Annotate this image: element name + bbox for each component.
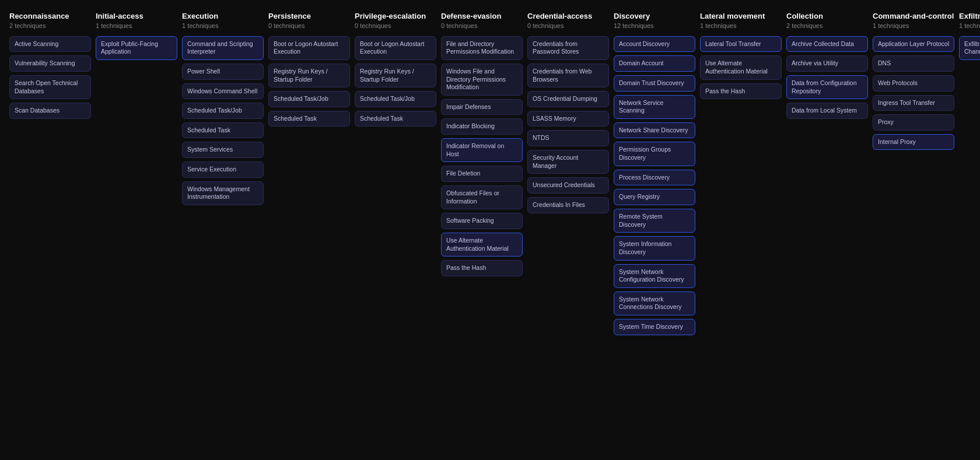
technique-card[interactable]: Windows Management Instrumentation	[182, 181, 264, 205]
tactic-count-collection: 2 techniques	[786, 22, 868, 29]
technique-card[interactable]: Credentials In Files	[527, 197, 609, 213]
tactic-count-execution: 1 techniques	[182, 22, 264, 29]
technique-card[interactable]: Vulnerability Scanning	[9, 55, 91, 72]
technique-card[interactable]: Scheduled Task	[268, 111, 350, 127]
technique-card[interactable]: Indicator Blocking	[441, 118, 523, 135]
tactic-count-command-and-control: 1 techniques	[873, 22, 954, 29]
technique-card[interactable]: Scheduled Task	[182, 122, 264, 139]
technique-card[interactable]: Use Alternate Authentication Material	[700, 55, 782, 79]
tactic-header-lateral-movement: Lateral movement1 techniques	[700, 12, 782, 29]
technique-card[interactable]: Network Share Discovery	[614, 122, 695, 139]
technique-card[interactable]: Web Protocols	[873, 75, 954, 92]
technique-card[interactable]: Data from Configuration Repository	[786, 75, 868, 99]
technique-card[interactable]: Data from Local System	[786, 103, 868, 119]
tactic-count-privilege-escalation: 0 techniques	[355, 22, 436, 29]
technique-card[interactable]: File Deletion	[441, 166, 523, 182]
technique-card[interactable]: System Information Discovery	[614, 236, 695, 260]
technique-card[interactable]: Scan Databases	[9, 103, 91, 119]
technique-card[interactable]: Permission Groups Discovery	[614, 142, 695, 166]
tactic-column-lateral-movement: Lateral movement1 techniquesLateral Tool…	[700, 12, 782, 103]
tactic-header-discovery: Discovery12 techniques	[614, 12, 695, 29]
technique-card[interactable]: Power Shell	[182, 64, 264, 80]
technique-card[interactable]: Use Alternate Authentication Material	[441, 233, 523, 257]
technique-card[interactable]: Credentials from Web Browsers	[527, 64, 609, 87]
tactic-column-credential-access: Credential-access0 techniquesCredentials…	[527, 12, 609, 217]
matrix-container: Reconnaissance2 techniquesActive Scannin…	[0, 0, 980, 350]
tactic-header-persistence: Persistence0 techniques	[268, 12, 350, 29]
technique-card[interactable]: Windows File and Directory Permissions M…	[441, 64, 523, 96]
tactic-name-defense-evasion: Defense-evasion	[441, 12, 523, 21]
technique-card[interactable]: Obfuscated Files or Information	[441, 185, 523, 209]
tactic-count-initial-access: 1 techniques	[96, 22, 177, 29]
technique-card[interactable]: Domain Account	[614, 55, 695, 72]
technique-card[interactable]: Exploit Public-Facing Application	[96, 36, 177, 60]
tactic-name-initial-access: Initial-access	[96, 12, 177, 21]
tactic-name-credential-access: Credential-access	[527, 12, 609, 21]
tactic-column-collection: Collection2 techniquesArchive Collected …	[786, 12, 868, 122]
technique-card[interactable]: System Time Discovery	[614, 319, 695, 335]
technique-card[interactable]: Unsecured Credentials	[527, 177, 609, 194]
technique-card[interactable]: System Services	[182, 142, 264, 158]
technique-card[interactable]: Boot or Logon Autostart Execution	[268, 36, 350, 60]
technique-card[interactable]: Impair Defenses	[441, 99, 523, 115]
tactic-name-lateral-movement: Lateral movement	[700, 12, 782, 21]
tactic-header-privilege-escalation: Privilege-escalation0 techniques	[355, 12, 436, 29]
tactic-column-discovery: Discovery12 techniquesAccount DiscoveryD…	[614, 12, 695, 339]
technique-card[interactable]: Lateral Tool Transfer	[700, 36, 782, 52]
technique-card[interactable]: Windows Command Shell	[182, 83, 264, 100]
technique-card[interactable]: Service Execution	[182, 161, 264, 178]
technique-card[interactable]: Search Open Technical Databases	[9, 75, 91, 99]
technique-card[interactable]: Application Layer Protocol	[873, 36, 954, 52]
technique-card[interactable]: Registry Run Keys / Startup Folder	[268, 64, 350, 87]
technique-card[interactable]: Internal Proxy	[873, 134, 954, 150]
tactic-column-initial-access: Initial-access1 techniquesExploit Public…	[96, 12, 177, 64]
technique-card[interactable]: Archive Collected Data	[786, 36, 868, 52]
tactic-count-lateral-movement: 1 techniques	[700, 22, 782, 29]
technique-card[interactable]: Ingress Tool Transfer	[873, 95, 954, 111]
technique-card[interactable]: NTDS	[527, 130, 609, 146]
technique-card[interactable]: Query Registry	[614, 189, 695, 205]
tactic-column-reconnaissance: Reconnaissance2 techniquesActive Scannin…	[9, 12, 91, 122]
technique-card[interactable]: System Network Connections Discovery	[614, 292, 695, 315]
technique-card[interactable]: Command and Scripting Interpreter	[182, 36, 264, 60]
technique-card[interactable]: Process Discovery	[614, 170, 695, 186]
technique-card[interactable]: System Network Configuration Discovery	[614, 264, 695, 288]
tactic-header-initial-access: Initial-access1 techniques	[96, 12, 177, 29]
technique-card[interactable]: Network Service Scanning	[614, 95, 695, 119]
technique-card[interactable]: Indicator Removal on Host	[441, 138, 523, 162]
technique-card[interactable]: Software Packing	[441, 213, 523, 229]
tactic-name-command-and-control: Command-and-control	[873, 12, 954, 21]
technique-card[interactable]: File and Directory Permissions Modificat…	[441, 36, 523, 60]
technique-card[interactable]: Proxy	[873, 114, 954, 131]
tactic-name-exfiltration: Exfiltration	[959, 12, 980, 21]
technique-card[interactable]: Boot or Logon Autostart Execution	[355, 36, 436, 60]
tactic-count-defense-evasion: 0 techniques	[441, 22, 523, 29]
technique-card[interactable]: Pass the Hash	[700, 83, 782, 100]
tactic-column-persistence: Persistence0 techniquesBoot or Logon Aut…	[268, 12, 350, 130]
tactic-header-reconnaissance: Reconnaissance2 techniques	[9, 12, 91, 29]
technique-card[interactable]: Active Scanning	[9, 36, 91, 52]
technique-card[interactable]: Remote System Discovery	[614, 209, 695, 233]
technique-card[interactable]: Scheduled Task/Job	[355, 91, 436, 107]
technique-card[interactable]: Domain Trust Discovery	[614, 75, 695, 92]
technique-card[interactable]: Exfiltration Over C2 Channel	[959, 36, 980, 60]
technique-card[interactable]: Scheduled Task/Job	[268, 91, 350, 107]
technique-card[interactable]: OS Credential Dumping	[527, 91, 609, 107]
tactic-header-command-and-control: Command-and-control1 techniques	[873, 12, 954, 29]
tactic-column-execution: Execution1 techniquesCommand and Scripti…	[182, 12, 264, 209]
technique-card[interactable]: Credentials from Password Stores	[527, 36, 609, 60]
technique-card[interactable]: LSASS Memory	[527, 111, 609, 127]
tactic-name-privilege-escalation: Privilege-escalation	[355, 12, 436, 21]
technique-card[interactable]: DNS	[873, 55, 954, 72]
technique-card[interactable]: Archive via Utility	[786, 55, 868, 72]
technique-card[interactable]: Account Discovery	[614, 36, 695, 52]
technique-card[interactable]: Scheduled Task/Job	[182, 103, 264, 119]
technique-card[interactable]: Pass the Hash	[441, 260, 523, 276]
tactic-header-execution: Execution1 techniques	[182, 12, 264, 29]
technique-card[interactable]: Security Account Manager	[527, 150, 609, 174]
technique-card[interactable]: Registry Run Keys / Startup Folder	[355, 64, 436, 87]
tactic-name-discovery: Discovery	[614, 12, 695, 21]
tactic-count-reconnaissance: 2 techniques	[9, 22, 91, 29]
tactic-name-persistence: Persistence	[268, 12, 350, 21]
technique-card[interactable]: Scheduled Task	[355, 111, 436, 127]
